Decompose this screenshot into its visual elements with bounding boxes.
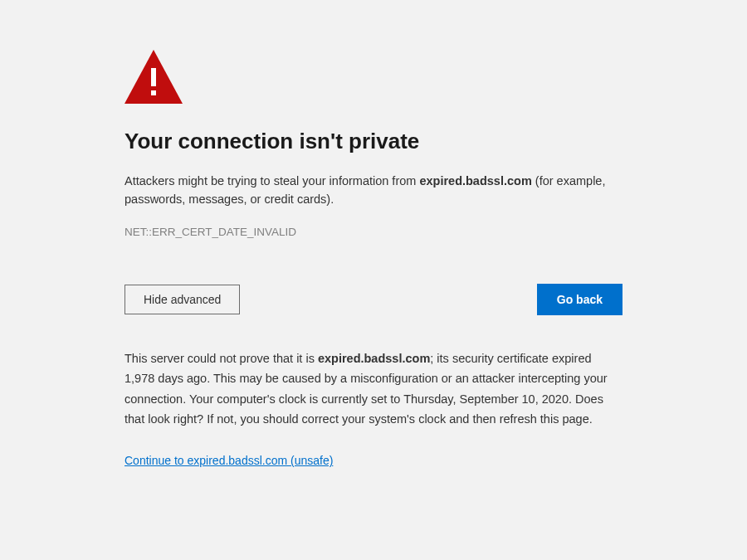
button-row: Hide advanced Go back bbox=[124, 284, 622, 315]
error-heading: Your connection isn't private bbox=[124, 129, 622, 154]
ssl-error-page: Your connection isn't private Attackers … bbox=[0, 0, 747, 501]
details-hostname: expired.badssl.com bbox=[318, 352, 430, 365]
error-details: This server could not prove that it is e… bbox=[124, 348, 622, 431]
error-description: Attackers might be trying to steal your … bbox=[124, 173, 622, 209]
go-back-button[interactable]: Go back bbox=[537, 284, 622, 315]
warning-triangle-icon bbox=[124, 50, 622, 104]
error-hostname: expired.badssl.com bbox=[419, 174, 531, 187]
details-prefix: This server could not prove that it is bbox=[124, 352, 318, 365]
description-prefix: Attackers might be trying to steal your … bbox=[124, 174, 419, 187]
error-code: NET::ERR_CERT_DATE_INVALID bbox=[124, 226, 622, 238]
continue-unsafe-link[interactable]: Continue to expired.badssl.com (unsafe) bbox=[124, 454, 333, 467]
svg-rect-2 bbox=[151, 90, 156, 95]
hide-advanced-button[interactable]: Hide advanced bbox=[124, 285, 240, 314]
svg-rect-1 bbox=[151, 68, 156, 86]
